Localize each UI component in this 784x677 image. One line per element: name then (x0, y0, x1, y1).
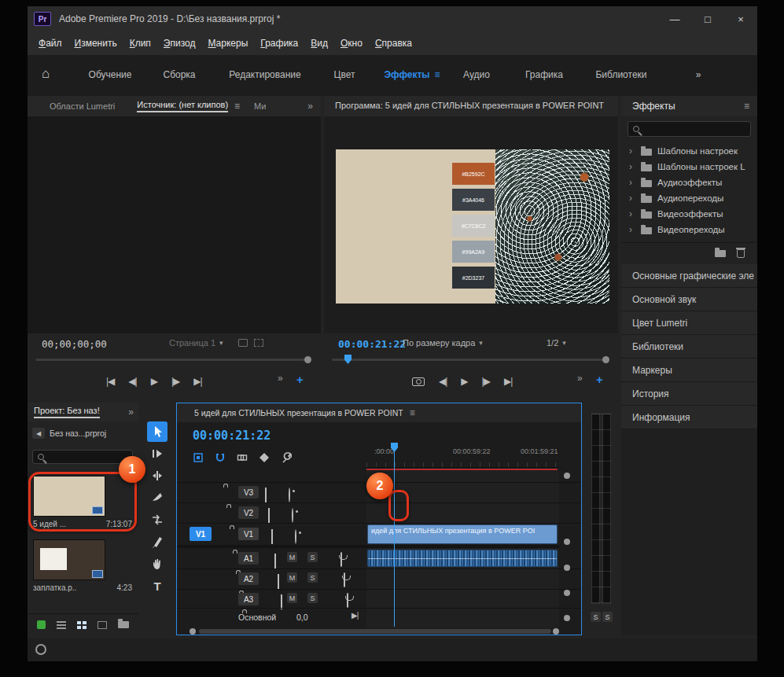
sequence-nest-icon[interactable] (193, 452, 204, 463)
workspace-tab-assembly[interactable]: Сборка (163, 69, 195, 80)
audio-clip-a1[interactable] (367, 550, 558, 567)
scrollbar-handle[interactable] (564, 590, 570, 596)
source-scrubber-end-handle[interactable] (304, 356, 311, 363)
track-output-eye-icon[interactable] (289, 488, 290, 502)
solo-button-a2[interactable]: S (307, 572, 318, 583)
tab-source[interactable]: Источник: (нет клипов) (137, 100, 228, 112)
maximize-button[interactable]: □ (691, 6, 724, 31)
step-forward-icon[interactable]: |▶ (482, 376, 490, 387)
sync-lock-icon[interactable] (278, 574, 279, 589)
sync-lock-icon[interactable] (274, 554, 276, 568)
go-to-out-icon[interactable]: ▶| (193, 376, 201, 387)
new-bin-icon[interactable] (118, 621, 129, 628)
source-panel-menu-icon[interactable]: ≡ (234, 101, 240, 112)
source-scrubber[interactable] (35, 359, 307, 361)
playhead-line[interactable] (394, 451, 395, 627)
go-to-in-icon[interactable]: |◀ (106, 376, 114, 387)
step-forward-icon[interactable]: |▶ (171, 376, 179, 387)
export-frame-icon[interactable] (412, 377, 425, 386)
program-timecode[interactable]: 00:00:21:22 (338, 338, 406, 350)
play-icon[interactable]: ▶ (151, 376, 157, 387)
menu-view[interactable]: Вид (304, 35, 334, 52)
project-tab[interactable]: Проект: Без наз! (34, 406, 100, 418)
voiceover-record-icon[interactable] (347, 593, 348, 608)
program-playhead[interactable] (344, 355, 352, 364)
program-scrubber-end-handle[interactable] (602, 356, 609, 363)
timeline-settings-icon[interactable] (281, 452, 292, 463)
project-writable-icon[interactable] (37, 620, 46, 629)
master-meter-icon[interactable]: ▶| (352, 611, 358, 620)
source-transport-overflow-chevron[interactable]: » (278, 373, 283, 384)
effects-bin-audio-transitions[interactable]: ›Аудиопереходы (621, 190, 753, 206)
workspace-overflow-chevron[interactable]: » (696, 69, 701, 80)
program-scrubber[interactable] (332, 359, 605, 361)
menu-markers[interactable]: Маркеры (201, 35, 254, 52)
project-item-2[interactable]: заплатка.р.. 4:23 (33, 539, 132, 592)
new-custom-bin-icon[interactable] (715, 250, 726, 257)
hand-tool[interactable] (147, 554, 167, 574)
video-audio-divider[interactable] (177, 545, 559, 548)
track-label-v2[interactable]: V2 (238, 506, 259, 519)
workspace-menu-icon[interactable]: ≡ (435, 69, 440, 80)
solo-button-a1[interactable]: S (307, 552, 318, 562)
slip-tool[interactable] (147, 510, 167, 530)
sequence-tab[interactable]: 5 идей для СТИЛЬНЫХ презентация в POWER … (194, 408, 403, 418)
snap-icon[interactable] (215, 452, 226, 463)
menu-file[interactable]: Файл (32, 35, 68, 52)
horizontal-scrollbar[interactable] (199, 629, 551, 634)
project-tabs-overflow-chevron[interactable]: » (128, 407, 134, 418)
add-marker-icon[interactable] (259, 452, 270, 463)
project-breadcrumb[interactable]: Без наз...prproj (50, 429, 106, 438)
ripple-edit-tool[interactable] (147, 465, 167, 486)
fit-dropdown[interactable]: По размеру кадра ▾ (403, 338, 483, 348)
track-label-v3[interactable]: V3 (238, 486, 259, 499)
scrollbar-handle[interactable] (564, 565, 570, 571)
source-timecode[interactable]: 00;00;00;00 (42, 338, 107, 350)
sync-lock-icon[interactable] (271, 529, 273, 544)
source-patch-v1[interactable]: V1 (190, 527, 212, 541)
track-label-a1[interactable]: A1 (238, 552, 259, 565)
panel-tab-history[interactable]: История (621, 382, 757, 406)
track-output-eye-icon[interactable] (292, 508, 293, 523)
scrollbar-handle[interactable] (564, 539, 570, 545)
menu-sequence[interactable]: Эпизод (157, 35, 202, 52)
master-volume-value[interactable]: 0,0 (296, 613, 308, 622)
solo-right-button[interactable]: S (602, 612, 613, 622)
track-select-forward-tool[interactable] (147, 443, 167, 464)
source-button-editor-icon[interactable]: + (296, 373, 304, 386)
track-label-a2[interactable]: A2 (238, 572, 259, 585)
timeline-panel-menu-icon[interactable]: ≡ (410, 407, 415, 418)
workspace-tab-effects[interactable]: Эффекты≡ (384, 69, 440, 80)
hscrollbar-left-handle[interactable] (190, 628, 196, 635)
source-tabs-overflow-chevron[interactable]: » (307, 101, 313, 112)
solo-left-button[interactable]: S (591, 612, 601, 622)
workspace-tab-learning[interactable]: Обучение (89, 69, 132, 80)
selection-tool[interactable] (147, 421, 167, 442)
list-view-icon[interactable] (57, 621, 66, 629)
track-output-eye-icon[interactable] (295, 529, 296, 544)
program-button-editor-icon[interactable]: + (596, 373, 603, 386)
zoom-dropdown[interactable]: 1/2 ▾ (547, 338, 566, 348)
effects-bin-video-effects[interactable]: ›Видеоэффекты (621, 206, 753, 222)
effects-panel-title[interactable]: Эффекты (632, 101, 675, 112)
project-search-input[interactable] (49, 451, 127, 463)
close-button[interactable]: × (724, 6, 757, 31)
minimize-button[interactable]: — (658, 6, 691, 31)
navigate-up-icon[interactable]: ◀ (32, 428, 45, 439)
menu-help[interactable]: Справка (369, 35, 418, 52)
hscrollbar-right-handle[interactable] (553, 628, 559, 635)
panel-tab-lumetri-color[interactable]: Цвет Lumetri (621, 311, 757, 335)
workspace-tab-editing[interactable]: Редактирование (229, 69, 300, 80)
panel-tab-libraries[interactable]: Библиотеки (621, 335, 757, 359)
page-settings-icon[interactable] (238, 339, 248, 347)
source-page-dropdown[interactable]: Страница 1 ▾ (169, 338, 223, 348)
menu-clip[interactable]: Клип (123, 35, 157, 52)
play-icon[interactable]: ▶ (461, 376, 467, 387)
go-to-out-icon[interactable]: ▶| (504, 376, 512, 387)
workspace-tab-libraries[interactable]: Библиотеки (595, 69, 646, 80)
voiceover-record-icon[interactable] (344, 572, 345, 587)
effects-bin-presets[interactable]: ›Шаблоны настроек (621, 143, 753, 159)
effects-bin-video-transitions[interactable]: ›Видеопереходы (621, 222, 753, 237)
menu-window[interactable]: Окно (334, 35, 369, 52)
mute-button-a1[interactable]: M (287, 552, 297, 562)
